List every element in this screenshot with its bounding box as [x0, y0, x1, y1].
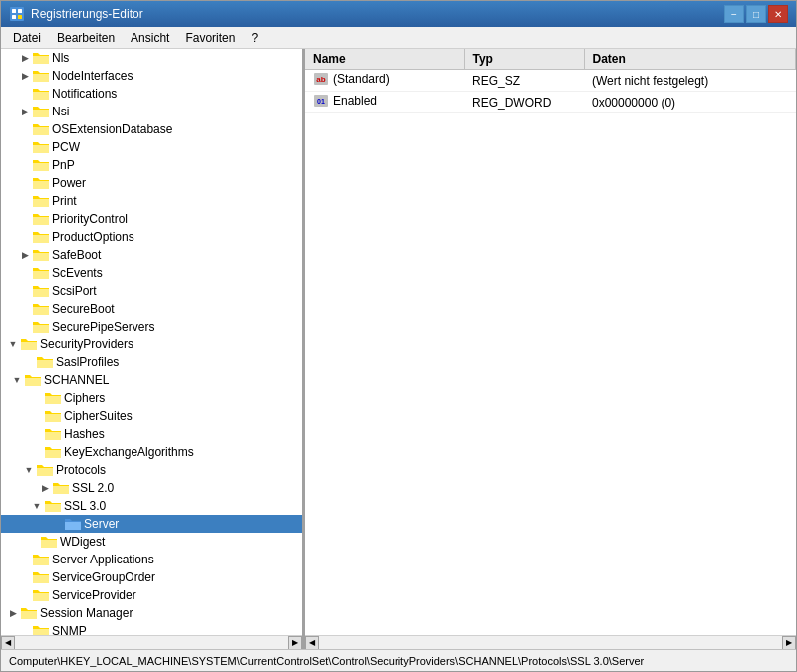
tree-label-wdigest: WDigest — [60, 535, 105, 549]
registry-table: Name Typ Daten ab (Standard) — [305, 49, 796, 113]
menu-bearbeiten[interactable]: Bearbeiten — [49, 29, 123, 47]
row0-type: REG_SZ — [464, 70, 584, 92]
right-hscroll-left[interactable]: ◀ — [305, 636, 319, 650]
minimize-button[interactable]: − — [724, 5, 744, 23]
tree-row-sessionmanager[interactable]: ▶ Session Manager — [1, 604, 302, 622]
folder-icon-productoptions — [33, 230, 49, 244]
tree-row-servicegrouporder[interactable]: ▶ ServiceGroupOrder — [1, 568, 302, 586]
expander-schannel[interactable]: ▼ — [9, 372, 25, 388]
folder-icon-serverapps — [33, 553, 49, 566]
tree-node-ciphers: ▶ Ciphers — [1, 389, 302, 407]
tree-row-server[interactable]: ▶ Server — [1, 515, 302, 533]
tree-node-snmp: ▶ SNMP — [1, 622, 302, 635]
row1-type: REG_DWORD — [464, 92, 584, 113]
tree-node-ssl20: ▶ SSL 2.0 — [1, 479, 302, 497]
expander-wdigest: ▶ — [25, 534, 41, 550]
tree-row-serverapps[interactable]: ▶ Server Applications — [1, 551, 302, 568]
expander-ssl20[interactable]: ▶ — [37, 480, 53, 496]
expander-nodeinterfaces[interactable]: ▶ — [17, 68, 33, 84]
tree-row-ciphers[interactable]: ▶ Ciphers — [1, 389, 302, 407]
tree-label-keyexchange: KeyExchangeAlgorithms — [64, 445, 194, 459]
expander-nls[interactable]: ▶ — [17, 50, 33, 66]
tree-pane: ▶ Nls ▶ NodeInterfaces ▶ — [1, 49, 305, 649]
tree-hscroll-right[interactable]: ▶ — [288, 636, 302, 650]
svg-text:ab: ab — [316, 75, 325, 84]
tree-row-nsi[interactable]: ▶ Nsi — [1, 103, 302, 120]
reg-sz-icon: ab — [313, 72, 329, 86]
tree-label-productoptions: ProductOptions — [52, 230, 134, 244]
status-path: Computer\HKEY_LOCAL_MACHINE\SYSTEM\Curre… — [9, 655, 644, 667]
folder-icon-power — [33, 176, 49, 190]
tree-row-prioritycontrol[interactable]: ▶ PriorityControl — [1, 210, 302, 228]
col-header-name: Name — [305, 49, 464, 70]
tree-hscroll-track[interactable] — [15, 636, 288, 650]
tree-row-safeboot[interactable]: ▶ SafeBoot — [1, 246, 302, 264]
table-row[interactable]: 01 Enabled REG_DWORD 0x00000000 (0) — [305, 92, 796, 113]
tree-row-saslprofiles[interactable]: ▶ SaslProfiles — [1, 353, 302, 371]
folder-icon-hashes — [45, 427, 61, 441]
tree-label-pnp: PnP — [52, 158, 75, 172]
tree-row-ssl20[interactable]: ▶ SSL 2.0 — [1, 479, 302, 497]
tree-row-pcw[interactable]: ▶ PCW — [1, 138, 302, 156]
tree-row-notifications[interactable]: ▶ Notifications — [1, 85, 302, 103]
tree-row-serviceprovider[interactable]: ▶ ServiceProvider — [1, 586, 302, 604]
right-hscrollbar[interactable]: ◀ ▶ — [305, 635, 796, 649]
tree-row-keyexchange[interactable]: ▶ KeyExchangeAlgorithms — [1, 443, 302, 461]
maximize-button[interactable]: □ — [746, 5, 766, 23]
tree-row-hashes[interactable]: ▶ Hashes — [1, 425, 302, 443]
expander-protocols[interactable]: ▼ — [21, 462, 37, 478]
menu-ansicht[interactable]: Ansicht — [123, 29, 177, 47]
expander-safeboot[interactable]: ▶ — [17, 247, 33, 263]
folder-icon-notifications — [33, 87, 49, 101]
tree-row-pnp[interactable]: ▶ PnP — [1, 156, 302, 174]
tree-row-scevents[interactable]: ▶ ScEvents — [1, 264, 302, 282]
tree-node-nls: ▶ Nls — [1, 49, 302, 67]
tree-row-protocols[interactable]: ▼ Protocols — [1, 461, 302, 479]
svg-rect-0 — [10, 7, 24, 21]
tree-row-schannel[interactable]: ▼ SCHANNEL — [1, 371, 302, 389]
tree-node-notifications: ▶ Notifications — [1, 85, 302, 103]
tree-row-securepipeservers[interactable]: ▶ SecurePipeServers — [1, 318, 302, 336]
tree-row-productoptions[interactable]: ▶ ProductOptions — [1, 228, 302, 246]
tree-scroll[interactable]: ▶ Nls ▶ NodeInterfaces ▶ — [1, 49, 302, 635]
tree-row-secureboot[interactable]: ▶ SecureBoot — [1, 300, 302, 318]
folder-icon-sessionmanager — [21, 606, 37, 620]
tree-label-hashes: Hashes — [64, 427, 105, 441]
folder-icon-ciphersuites — [45, 409, 61, 423]
close-button[interactable]: ✕ — [768, 5, 788, 23]
folder-icon-schannel — [25, 373, 41, 387]
right-pane-scroll[interactable]: Name Typ Daten ab (Standard) — [305, 49, 796, 635]
svg-rect-4 — [18, 15, 22, 19]
main-content: ▶ Nls ▶ NodeInterfaces ▶ — [1, 49, 796, 649]
tree-row-wdigest[interactable]: ▶ WDigest — [1, 533, 302, 551]
menu-datei[interactable]: Datei — [5, 29, 49, 47]
tree-hscrollbar[interactable]: ◀ ▶ — [1, 635, 302, 649]
tree-label-nsi: Nsi — [52, 105, 69, 118]
expander-nsi[interactable]: ▶ — [17, 104, 33, 119]
folder-icon-servicegrouporder — [33, 570, 49, 584]
expander-securityproviders[interactable]: ▼ — [5, 336, 21, 352]
tree-hscroll-left[interactable]: ◀ — [1, 636, 15, 650]
tree-row-ciphersuites[interactable]: ▶ CipherSuites — [1, 407, 302, 425]
tree-row-osextdb[interactable]: ▶ OSExtensionDatabase — [1, 120, 302, 138]
menu-help[interactable]: ? — [243, 29, 266, 47]
folder-icon-scevents — [33, 266, 49, 280]
tree-row-nls[interactable]: ▶ Nls — [1, 49, 302, 67]
menu-favoriten[interactable]: Favoriten — [177, 29, 243, 47]
tree-row-snmp[interactable]: ▶ SNMP — [1, 622, 302, 635]
tree-row-power[interactable]: ▶ Power — [1, 174, 302, 192]
folder-icon-nodeinterfaces — [33, 69, 49, 83]
right-hscroll-track[interactable] — [319, 636, 782, 650]
table-row[interactable]: ab (Standard) REG_SZ (Wert nicht festgel… — [305, 70, 796, 92]
tree-row-scsiport[interactable]: ▶ ScsiPort — [1, 282, 302, 300]
tree-row-print[interactable]: ▶ Print — [1, 192, 302, 210]
tree-row-ssl30[interactable]: ▼ SSL 3.0 — [1, 497, 302, 515]
tree-label-osextdb: OSExtensionDatabase — [52, 122, 172, 136]
tree-row-securityproviders[interactable]: ▼ SecurityProviders — [1, 336, 302, 353]
right-hscroll-right[interactable]: ▶ — [782, 636, 796, 650]
tree-row-nodeinterfaces[interactable]: ▶ NodeInterfaces — [1, 67, 302, 85]
expander-ssl30[interactable]: ▼ — [29, 498, 45, 514]
folder-icon-keyexchange — [45, 445, 61, 459]
tree-node-protocols: ▼ Protocols — [1, 461, 302, 479]
expander-sessionmanager[interactable]: ▶ — [5, 605, 21, 621]
